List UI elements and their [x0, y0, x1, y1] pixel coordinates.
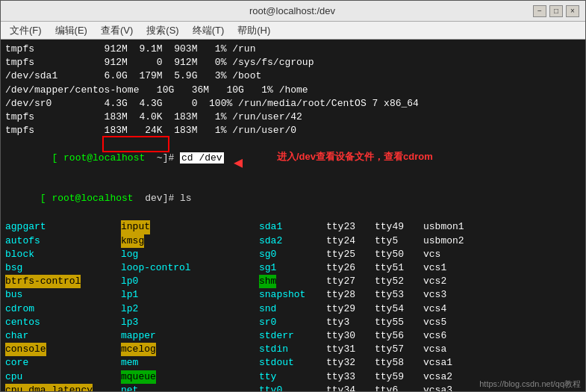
df-line-1: tmpfs 912M 9.1M 903M 1% /run: [5, 43, 581, 56]
ls-item: tty51: [375, 261, 423, 275]
ls-item: tty32: [326, 356, 375, 370]
df-line-4: /dev/mapper/centos-home 10G 36M 10G 1% /…: [5, 84, 581, 97]
ls-item: tty27: [326, 275, 375, 288]
menu-terminal[interactable]: 终端(T): [187, 22, 231, 39]
ls-item: vcs6: [423, 329, 483, 343]
ls-item: tty26: [326, 261, 375, 275]
ls-item: tty52: [375, 275, 423, 288]
ls-item: tty25: [326, 248, 375, 261]
close-button[interactable]: ×: [566, 5, 579, 17]
ls-item: tty34: [326, 384, 375, 391]
command-ls: [ root@localhost dev]# ls: [5, 178, 581, 220]
ls-item: autofs: [5, 234, 121, 248]
ls-item: mapper: [121, 329, 259, 343]
ls-item: tty29: [326, 302, 375, 316]
ls-item: tty6: [375, 384, 423, 391]
minimize-button[interactable]: −: [533, 5, 546, 17]
ls-item: tty3: [326, 316, 375, 329]
terminal-content: tmpfs 912M 9.1M 903M 1% /run tmpfs 912M …: [1, 40, 585, 391]
ls-item: stderr: [259, 329, 326, 343]
ls-item: log: [121, 248, 259, 261]
ls-item: agpgart: [5, 220, 121, 234]
ls-item-mqueue: mqueue: [121, 370, 156, 384]
ls-item: vcs5: [423, 316, 483, 329]
ls-item-btrfs: btrfs-control: [5, 275, 81, 288]
ls-output: agpgart autofs block bsg btrfs-control b…: [5, 220, 581, 391]
ls-item-kmsg: kmsg: [121, 234, 144, 248]
ls-item: tty59: [375, 370, 423, 384]
ls-item-input: input: [121, 220, 150, 234]
ls-item: tty5: [375, 234, 423, 248]
ls-item: vcs1: [423, 261, 483, 275]
watermark: https://blog.csdn.net/qq教程: [479, 379, 581, 390]
maximize-button[interactable]: □: [549, 5, 563, 17]
menu-edit[interactable]: 编辑(E): [49, 22, 93, 39]
ls-item: snd: [259, 302, 326, 316]
ls-item: core: [5, 356, 121, 370]
ls-item: vcs: [423, 248, 483, 261]
ls-item: centos: [5, 316, 121, 329]
ls-item: tty0: [259, 384, 326, 391]
ls-item: sda1: [259, 220, 326, 234]
arrow-icon: ◀: [234, 153, 243, 172]
window-title: root@localhost:/dev: [52, 5, 533, 16]
command-cd: [ root@localhost ~]# cd /dev: [5, 137, 224, 178]
window-controls[interactable]: − □ ×: [533, 5, 579, 17]
ls-item: tty56: [375, 329, 423, 343]
ls-item: lp2: [121, 302, 259, 316]
ls-item: cdrom: [5, 302, 121, 316]
ls-item: usbmon1: [423, 220, 483, 234]
ls-item: lp3: [121, 316, 259, 329]
ls-item: tty: [259, 370, 326, 384]
ls-item: tty23: [326, 220, 375, 234]
ls-item: char: [5, 329, 121, 343]
ls-item: vcsa2: [423, 370, 483, 384]
ls-item: bus: [5, 288, 121, 302]
ls-item: tty58: [375, 356, 423, 370]
ls-item: vcsa: [423, 343, 483, 356]
menu-file[interactable]: 文件(F): [4, 22, 48, 39]
ls-item: vcsa1: [423, 356, 483, 370]
menu-help[interactable]: 帮助(H): [231, 22, 276, 39]
df-line-3: /dev/sda1 6.0G 179M 5.9G 3% /boot: [5, 69, 581, 83]
ls-item: vcs3: [423, 288, 483, 302]
ls-item-cpu-dma: cpu_dma_latency: [5, 384, 93, 391]
df-line-6: tmpfs 183M 4.0K 183M 1% /run/user/42: [5, 111, 581, 124]
ls-item: tty28: [326, 288, 375, 302]
ls-item: vcs4: [423, 302, 483, 316]
ls-item: tty54: [375, 302, 423, 316]
ls-item: sda2: [259, 234, 326, 248]
annotation-text: 进入/dev查看设备文件，查看cdrom: [277, 150, 433, 164]
ls-item: vcs2: [423, 275, 483, 288]
ls-item: tty53: [375, 288, 423, 302]
menu-search[interactable]: 搜索(S): [140, 22, 184, 39]
ls-item: lp1: [121, 288, 259, 302]
df-line-7: tmpfs 183M 24K 183M 1% /run/user/0: [5, 124, 581, 137]
ls-item: stdin: [259, 343, 326, 356]
ls-item: tty24: [326, 234, 375, 248]
ls-item: loop-control: [121, 261, 259, 275]
title-bar: root@localhost:/dev − □ ×: [1, 1, 585, 22]
ls-item: net: [121, 384, 259, 391]
ls-item: tty31: [326, 343, 375, 356]
ls-item: tty57: [375, 343, 423, 356]
ls-item: bsg: [5, 261, 121, 275]
ls-item: sg1: [259, 261, 326, 275]
ls-item: mem: [121, 356, 259, 370]
ls-item: snapshot: [259, 288, 326, 302]
menu-bar: 文件(F) 编辑(E) 查看(V) 搜索(S) 终端(T) 帮助(H): [1, 22, 585, 40]
ls-item: cpu: [5, 370, 121, 384]
ls-item: lp0: [121, 275, 259, 288]
ls-item: stdout: [259, 356, 326, 370]
ls-col-3: sda1 sda2 sg0 sg1 shm snapshot snd sr0 s…: [259, 220, 326, 391]
df-line-5: /dev/sr0 4.3G 4.3G 0 100% /run/media/roo…: [5, 97, 581, 111]
ls-col-5: tty49 tty5 tty50 tty51 tty52 tty53 tty54…: [375, 220, 423, 391]
ls-col-2: input kmsg log loop-control lp0 lp1 lp2 …: [121, 220, 259, 391]
ls-item: tty49: [375, 220, 423, 234]
ls-item: vcsa3: [423, 384, 483, 391]
terminal-window: root@localhost:/dev − □ × 文件(F) 编辑(E) 查看…: [0, 0, 586, 392]
ls-item: tty33: [326, 370, 375, 384]
ls-col-1: agpgart autofs block bsg btrfs-control b…: [5, 220, 121, 391]
ls-item: tty30: [326, 329, 375, 343]
menu-view[interactable]: 查看(V): [95, 22, 139, 39]
